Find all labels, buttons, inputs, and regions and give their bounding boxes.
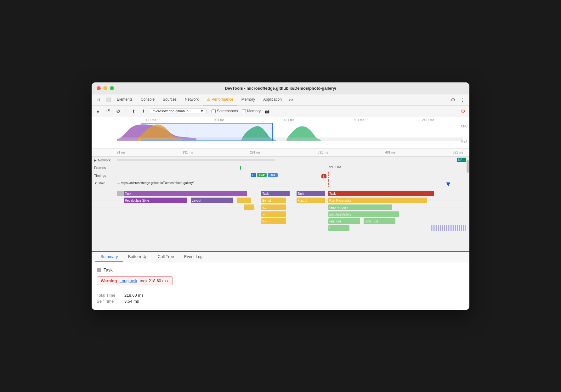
minimize-button[interactable]	[103, 86, 107, 90]
screenshots-checkbox[interactable]	[212, 109, 216, 113]
settings-icon[interactable]: ⚙	[449, 95, 457, 104]
top-ruler: 491 ms 991 ms 1491 ms 1991 ms 2491 ms	[117, 118, 463, 122]
task-row-1: Task Task Task Task	[92, 187, 469, 194]
timeline-overview[interactable]: 491 ms 991 ms 1491 ms 1991 ms 2491 ms	[92, 117, 469, 148]
timings-label: Timings	[92, 174, 117, 177]
vertical-scrollbar[interactable]	[466, 157, 469, 251]
perf-settings-icon[interactable]: ⚙	[459, 107, 467, 115]
main-label: ▼ Main	[92, 182, 117, 185]
timing-label: 721.3 ms	[328, 165, 341, 169]
main-text: Main	[99, 182, 105, 185]
task-row-5: ti.F (an...us) (ano...us)	[92, 215, 469, 221]
arrow-1: ▲	[247, 172, 254, 174]
tab-call-tree[interactable]: Call Tree	[153, 252, 179, 262]
self-time-value: 3.54 ms	[124, 299, 139, 304]
frame-marker	[240, 166, 241, 170]
devtools-tab-bar: ⠿ ⬜ Elements Console Sources Network ⚠ P…	[92, 94, 469, 106]
total-time-label: Total Time	[97, 293, 122, 298]
window-title: DevTools - microsoftedge.github.io/Demos…	[225, 86, 336, 91]
long-task-link[interactable]: Long task	[120, 278, 137, 283]
task-header: Task	[97, 267, 464, 272]
bottom-tab-bar: Summary Bottom-Up Call Tree Event Log	[92, 252, 469, 262]
refresh-record-button[interactable]: ↺	[104, 107, 112, 115]
devtools-window: DevTools - microsoftedge.github.io/Demos…	[92, 82, 469, 310]
f-block[interactable]: f...	[328, 225, 349, 231]
warning-text: took 218.60 ms.	[140, 278, 169, 283]
badge-fcp: FCP	[257, 173, 267, 177]
ms-ruler: 91 ms 191 ms 291 ms 391 ms 491 ms 591 ms	[92, 148, 469, 157]
clear-button[interactable]: ⊘	[114, 107, 122, 115]
record-button[interactable]: ●	[94, 107, 102, 115]
summary-panel: Task Warning Long task took 218.60 ms. T…	[92, 262, 469, 310]
network-content: DS...	[117, 157, 469, 164]
badge-l-container: L	[321, 173, 327, 179]
device-icon[interactable]: ⬜	[104, 95, 112, 104]
badge-l: L	[321, 174, 326, 178]
main-row: ▼ Main — https://microsoftedge.github.io…	[92, 180, 469, 187]
tab-memory[interactable]: Memory	[238, 94, 259, 105]
self-time-row: Self Time 3.54 ms	[97, 299, 464, 304]
svg-rect-1	[141, 123, 273, 141]
frames-blue-line	[265, 164, 265, 171]
maximize-button[interactable]	[110, 86, 114, 90]
checkbox-group: Screenshots Memory	[212, 109, 261, 113]
task-row-6: f...	[92, 221, 469, 228]
upload-button[interactable]: ⬆	[130, 107, 137, 115]
tab-bottom-up[interactable]: Bottom-Up	[123, 252, 153, 262]
warning-row: Warning Long task took 218.60 ms.	[97, 276, 173, 285]
tab-sources[interactable]: Sources	[159, 94, 180, 105]
screenshots-label: Screenshots	[217, 109, 238, 113]
frames-row: Frames 721.3 ms	[92, 164, 469, 172]
badge-dcl: DCL	[268, 173, 278, 177]
net-label: NET	[461, 140, 468, 143]
download-button[interactable]: ⬇	[140, 107, 147, 115]
memory-checkbox-label[interactable]: Memory	[242, 109, 261, 113]
traffic-lights	[97, 86, 114, 90]
flame-chart[interactable]: ▶ Network DS... Frames	[92, 157, 469, 251]
network-bar	[117, 159, 275, 161]
timings-content: P FCP DCL L ▲ ▲	[117, 172, 469, 180]
screenshots-checkbox-label[interactable]: Screenshots	[212, 109, 238, 113]
camera-icon[interactable]: 📷	[263, 107, 271, 115]
task-row-3: ti.J (anonymous)	[92, 201, 469, 208]
ds-block: DS...	[457, 158, 466, 162]
tab-performance[interactable]: ⚠ Performance	[203, 94, 237, 105]
memory-label: Memory	[247, 109, 261, 113]
close-button[interactable]	[97, 86, 101, 90]
timings-red-line	[328, 172, 329, 180]
main-url-content: — https://microsoftedge.github.io/Demos/…	[117, 180, 469, 187]
inspect-icon[interactable]: ⠿	[94, 95, 103, 104]
task-row-2: Recalculate Style Layout Ev...pt Fun...l…	[92, 194, 469, 201]
timing-badges: P FCP DCL	[251, 173, 278, 177]
frames-label: Frames	[92, 166, 117, 170]
task-row-4: vi populateGallery	[92, 208, 469, 215]
more-options-icon[interactable]: ⋮	[458, 95, 467, 104]
warning-label: Warning	[101, 278, 117, 283]
tab-network[interactable]: Network	[181, 94, 202, 105]
tab-console[interactable]: Console	[137, 94, 158, 105]
warning-icon: ⚠	[207, 97, 210, 102]
total-time-value: 218.60 ms	[124, 293, 144, 298]
tab-event-log[interactable]: Event Log	[179, 252, 208, 262]
scrollbar-thumb[interactable]	[467, 160, 469, 173]
memory-checkbox[interactable]	[242, 109, 246, 113]
cpu-label: CPU	[461, 125, 468, 128]
tab-elements[interactable]: Elements	[113, 94, 136, 105]
arrow-3: ▲	[445, 181, 452, 189]
main-blue-line	[265, 180, 265, 187]
bottom-panel: Summary Bottom-Up Call Tree Event Log Ta…	[92, 251, 469, 310]
network-label: ▶ Network	[92, 158, 117, 162]
title-bar: DevTools - microsoftedge.github.io/Demos…	[92, 82, 469, 94]
task-label: Task	[104, 267, 113, 272]
tab-application[interactable]: Application	[259, 94, 286, 105]
more-tabs-button[interactable]: >>	[286, 98, 296, 102]
performance-toolbar: ● ↺ ⊘ ⬆ ⬇ microsoftedge.github.io ... ▼ …	[92, 106, 469, 117]
network-row: ▶ Network DS...	[92, 157, 469, 164]
warning-container: Warning Long task took 218.60 ms.	[97, 276, 464, 289]
url-display[interactable]: microsoftedge.github.io ... ▼	[150, 108, 207, 114]
striped-right	[431, 225, 469, 231]
tab-summary[interactable]: Summary	[95, 252, 123, 262]
arrow-2: ▲	[240, 172, 247, 173]
main-red-line	[328, 180, 329, 187]
total-time-row: Total Time 218.60 ms	[97, 293, 464, 298]
